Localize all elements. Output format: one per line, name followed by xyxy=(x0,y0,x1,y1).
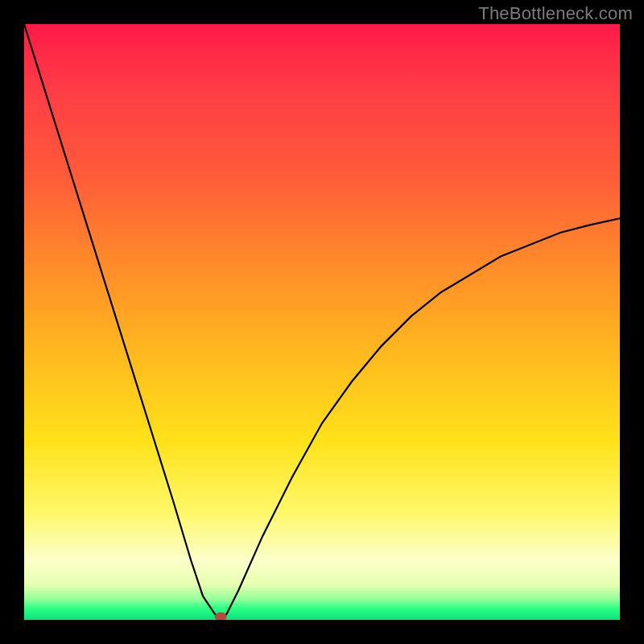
bottleneck-curve xyxy=(24,24,620,620)
watermark-text: TheBottleneck.com xyxy=(478,3,633,24)
plot-area xyxy=(24,24,620,620)
chart-svg xyxy=(24,24,620,620)
minimum-marker xyxy=(215,613,226,620)
outer-frame: TheBottleneck.com xyxy=(0,0,644,644)
